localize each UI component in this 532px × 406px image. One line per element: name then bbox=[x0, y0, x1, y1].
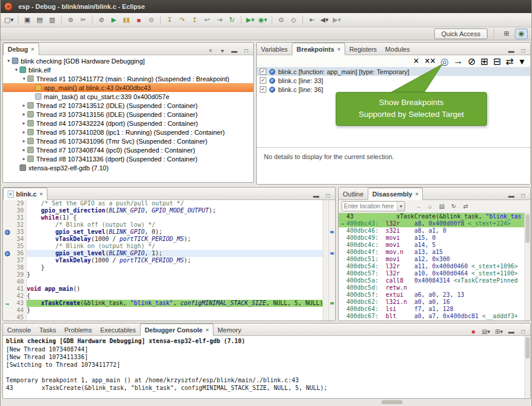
twistie-icon[interactable]: ▾ bbox=[13, 67, 20, 72]
code-line[interactable]: } bbox=[27, 307, 323, 314]
code-line[interactable]: gpio_set_direction(BLINK_GPIO, GPIO_MODE… bbox=[27, 207, 323, 214]
twistie-icon[interactable]: ▸ bbox=[21, 138, 27, 144]
close-tab-icon[interactable]: × bbox=[337, 46, 340, 52]
run-dropdown[interactable]: ▶▾ bbox=[244, 14, 256, 26]
gutter-cell[interactable]: ✓ bbox=[3, 250, 11, 257]
navigate-to-pc-icon[interactable]: → bbox=[415, 202, 422, 211]
twistie-icon[interactable]: ▸ bbox=[21, 129, 27, 135]
print-icon[interactable]: ▥ bbox=[46, 14, 58, 26]
disassembly-row[interactable]: 400dbc54: l32r a11, 0x400d0460 <_stext+1… bbox=[339, 263, 524, 270]
code-line[interactable]: } bbox=[27, 264, 323, 271]
twistie-icon[interactable]: ▸ bbox=[21, 103, 27, 108]
drop-to-frame-icon[interactable]: ↩ bbox=[201, 14, 213, 26]
home-icon[interactable]: ⌂ bbox=[426, 202, 434, 211]
breakpoint-icon[interactable]: ✓ bbox=[5, 230, 10, 235]
twistie-icon[interactable]: ▸ bbox=[21, 120, 27, 126]
instruction-stepping-icon[interactable]: ⇥ bbox=[214, 14, 225, 26]
skip-all-breakpoints-icon[interactable]: ⊘ bbox=[467, 57, 475, 65]
console-tab-debugger-console[interactable]: Debugger Console× bbox=[140, 323, 214, 336]
disassembly-row[interactable]: 43 xTaskCreate(&blink_task, "blink_tas bbox=[339, 213, 524, 220]
disassembly-row[interactable]: 400dbc5d: retw.n bbox=[339, 284, 524, 291]
gutter-cell[interactable] bbox=[3, 278, 11, 286]
disassembly-row[interactable]: 400dbc5a: call8 0x40084314 <xTaskCreateP… bbox=[339, 277, 524, 284]
display-console-dropdown[interactable]: ▤▾ bbox=[482, 327, 490, 335]
overview-ruler[interactable] bbox=[329, 200, 335, 321]
show-source-icon[interactable]: ▤ bbox=[438, 202, 445, 211]
close-tab-icon[interactable]: × bbox=[40, 191, 43, 197]
save-icon[interactable]: ▣ bbox=[21, 14, 33, 26]
terminate-relaunch-icon[interactable]: ✂ bbox=[77, 14, 89, 26]
code-line[interactable]: /* Blink off (output low) */ bbox=[27, 221, 323, 229]
editor-tab-blink-c[interactable]: cblink.c× bbox=[3, 188, 47, 200]
debug-tree-item[interactable]: ▸Thread #3 1073413156 (IDLE) (Suspended … bbox=[3, 110, 253, 119]
quick-access-button[interactable]: Quick Access bbox=[434, 28, 488, 39]
ruler-marker[interactable] bbox=[330, 252, 334, 255]
breakpoint-checkbox[interactable]: ✓ bbox=[260, 86, 266, 93]
collapse-all-icon[interactable]: ⊟ bbox=[493, 57, 501, 65]
open-element-icon[interactable]: ◇ bbox=[288, 14, 300, 26]
ruler-marker[interactable] bbox=[330, 302, 334, 304]
sync-selection-icon[interactable]: ⇄ bbox=[462, 202, 469, 211]
expand-all-icon[interactable]: ⊞ bbox=[480, 57, 488, 65]
disassembly-row[interactable]: 400dbc57: l32r a10, 0x400d0464 <_stext+1… bbox=[339, 270, 524, 277]
disassembly-row[interactable]: 400dbc4f: mov.n a13, a15 bbox=[339, 249, 524, 256]
disassembly-row[interactable]: 400dbc64: lsi f7, a1, 128 bbox=[339, 306, 524, 313]
twistie-icon[interactable]: ▸ bbox=[21, 112, 27, 117]
refresh-icon[interactable]: ↻ bbox=[450, 202, 457, 211]
code-line[interactable]: void app_main() bbox=[27, 286, 323, 293]
close-tab-icon[interactable]: × bbox=[206, 327, 209, 333]
debug-tree-item[interactable]: ▸Thread #2 1073413512 (IDLE) (Suspended … bbox=[3, 101, 253, 110]
close-tab-icon[interactable]: × bbox=[415, 191, 418, 197]
editor-scrollbar[interactable] bbox=[323, 200, 329, 321]
code-line[interactable]: /* Set the GPIO as a push/pull output */ bbox=[27, 200, 323, 207]
disassembly-tab-outline[interactable]: Outline bbox=[339, 188, 368, 200]
save-all-icon[interactable]: ▤ bbox=[34, 14, 46, 26]
maximize-button[interactable]: □ bbox=[520, 327, 527, 335]
gutter-cell[interactable] bbox=[3, 214, 11, 221]
back-dropdown[interactable]: ◀▾ bbox=[318, 14, 330, 26]
open-perspective-icon[interactable]: ⊞ bbox=[500, 28, 513, 39]
code-line[interactable]: vTaskDelay(1000 / portTICK_PERIOD_MS); bbox=[27, 257, 323, 264]
debug-perspective-button[interactable]: ◉ bbox=[515, 28, 528, 39]
gutter-cell[interactable] bbox=[3, 307, 11, 314]
disassembly-row[interactable]: 400dbc6a: bnone a0, a8, 0x400dbc8 bbox=[339, 320, 524, 321]
step-return-icon[interactable]: ↥ bbox=[189, 14, 200, 26]
debug-tree-item[interactable]: ▸Thread #6 1073431096 (Tmr Svc) (Suspend… bbox=[3, 137, 253, 145]
maximize-button[interactable]: □ bbox=[243, 46, 250, 55]
minimize-button[interactable]: ▬ bbox=[313, 191, 320, 199]
debug-tree-item[interactable]: ▾blink.elf bbox=[3, 65, 253, 74]
minimize-button[interactable]: ▬ bbox=[508, 191, 515, 199]
gutter-cell[interactable] bbox=[3, 314, 11, 321]
open-console-dropdown[interactable]: ⊞▾ bbox=[495, 327, 503, 335]
disconnect-icon[interactable]: ⊝ bbox=[145, 14, 157, 26]
debug-tree-item[interactable]: main_task() at cpu_start.c:339 0x400d057… bbox=[3, 92, 253, 101]
maximize-button[interactable]: □ bbox=[520, 191, 527, 199]
disassembly-row[interactable]: 400dbc67: blt a0, a7, 0x400dbc81 <__addd… bbox=[339, 313, 524, 320]
code-line[interactable]: while(1) { bbox=[27, 214, 323, 221]
editor-code-area[interactable]: /* Set the GPIO as a push/pull output */… bbox=[27, 200, 323, 321]
close-tab-icon[interactable]: × bbox=[31, 46, 34, 52]
goto-file-icon[interactable]: → bbox=[453, 57, 463, 65]
last-edit-location-icon[interactable]: ⇤ bbox=[306, 14, 318, 26]
minimize-button[interactable]: ▬ bbox=[231, 46, 238, 55]
gutter-cell[interactable] bbox=[3, 271, 11, 278]
disassembly-row[interactable]: 400dbc46: s32i a8, a1, 0 bbox=[339, 227, 524, 234]
gutter-cell[interactable] bbox=[3, 243, 11, 250]
gutter-cell[interactable] bbox=[3, 207, 11, 214]
breakpoint-checkbox[interactable]: ✓ bbox=[260, 68, 266, 75]
disassembly-tab-disassembly[interactable]: Disassembly× bbox=[368, 188, 423, 200]
code-line[interactable]: /* Blink on (output high) */ bbox=[27, 243, 323, 250]
disassembly-row[interactable]: 400dbc4c: movi a14, 5 bbox=[339, 242, 524, 249]
location-combo[interactable]: ▾ bbox=[342, 201, 405, 211]
gutter-cell[interactable] bbox=[3, 221, 11, 229]
view-menu-icon[interactable]: ▾ bbox=[518, 57, 525, 65]
titlebar[interactable]: × esp - Debug - blink/main/blink.c - Ecl… bbox=[1, 0, 531, 13]
maximize-button[interactable]: □ bbox=[324, 191, 332, 199]
disassembly-scrollbar[interactable] bbox=[524, 213, 530, 321]
location-input[interactable] bbox=[342, 202, 397, 211]
code-line[interactable]: gpio_set_level(BLINK_GPIO, 0); bbox=[27, 229, 323, 236]
editor-marker-gutter[interactable]: ✓✓→ bbox=[3, 200, 11, 321]
gutter-cell[interactable] bbox=[3, 200, 11, 207]
remove-all-terminated-icon[interactable]: × bbox=[207, 46, 214, 55]
console-tab-problems[interactable]: Problems bbox=[60, 323, 95, 336]
